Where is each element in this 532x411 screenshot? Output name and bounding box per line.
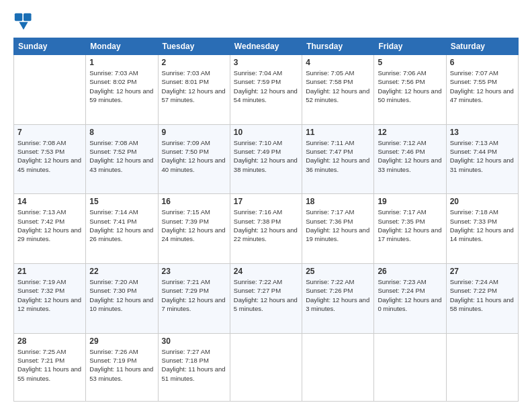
week-row-1: 1Sunrise: 7:03 AMSunset: 8:02 PMDaylight… (14, 55, 519, 125)
day-info: Sunrise: 7:17 AMSunset: 7:36 PMDaylight:… (306, 208, 370, 243)
day-info: Sunrise: 7:04 AMSunset: 7:59 PMDaylight:… (234, 68, 298, 104)
day-cell (14, 55, 86, 125)
page: SundayMondayTuesdayWednesdayThursdayFrid… (0, 0, 532, 411)
day-info: Sunrise: 7:08 AMSunset: 7:53 PMDaylight:… (17, 138, 82, 174)
day-number: 23 (162, 267, 226, 276)
day-number: 29 (89, 336, 154, 346)
day-info: Sunrise: 7:17 AMSunset: 7:35 PMDaylight:… (378, 208, 442, 243)
day-cell: 9Sunrise: 7:09 AMSunset: 7:50 PMDaylight… (158, 124, 230, 194)
day-cell: 28Sunrise: 7:25 AMSunset: 7:21 PMDayligh… (14, 333, 86, 401)
day-cell: 26Sunrise: 7:23 AMSunset: 7:24 PMDayligh… (374, 263, 446, 333)
day-cell: 24Sunrise: 7:22 AMSunset: 7:27 PMDayligh… (230, 263, 302, 333)
day-info: Sunrise: 7:10 AMSunset: 7:49 PMDaylight:… (234, 138, 298, 174)
day-cell (302, 333, 374, 401)
day-number: 5 (378, 58, 442, 67)
svg-rect-1 (24, 13, 32, 21)
day-info: Sunrise: 7:24 AMSunset: 7:22 PMDaylight:… (450, 277, 515, 313)
weekday-thursday: Thursday (302, 38, 374, 55)
weekday-monday: Monday (86, 38, 158, 55)
day-info: Sunrise: 7:26 AMSunset: 7:19 PMDaylight:… (89, 347, 154, 383)
day-number: 27 (450, 267, 515, 276)
day-cell: 18Sunrise: 7:17 AMSunset: 7:36 PMDayligh… (302, 194, 374, 264)
day-info: Sunrise: 7:06 AMSunset: 7:56 PMDaylight:… (378, 68, 442, 104)
day-cell (446, 333, 518, 401)
weekday-saturday: Saturday (446, 38, 518, 55)
day-number: 24 (234, 267, 298, 276)
day-cell: 27Sunrise: 7:24 AMSunset: 7:22 PMDayligh… (446, 263, 518, 333)
day-number: 3 (234, 58, 298, 67)
day-info: Sunrise: 7:05 AMSunset: 7:58 PMDaylight:… (306, 68, 370, 104)
day-number: 12 (378, 128, 442, 137)
day-number: 1 (89, 58, 154, 67)
day-cell: 1Sunrise: 7:03 AMSunset: 8:02 PMDaylight… (86, 55, 158, 125)
day-number: 14 (17, 197, 82, 206)
day-number: 19 (378, 197, 442, 206)
day-info: Sunrise: 7:12 AMSunset: 7:46 PMDaylight:… (378, 138, 442, 174)
day-info: Sunrise: 7:15 AMSunset: 7:39 PMDaylight:… (162, 208, 226, 243)
day-cell (230, 333, 302, 401)
week-row-4: 21Sunrise: 7:19 AMSunset: 7:32 PMDayligh… (14, 263, 519, 333)
day-number: 11 (306, 128, 370, 137)
day-number: 25 (306, 267, 370, 276)
day-info: Sunrise: 7:16 AMSunset: 7:38 PMDaylight:… (234, 208, 298, 243)
day-cell (374, 333, 446, 401)
weekday-wednesday: Wednesday (230, 38, 302, 55)
day-cell: 2Sunrise: 7:03 AMSunset: 8:01 PMDaylight… (158, 55, 230, 125)
day-info: Sunrise: 7:03 AMSunset: 8:01 PMDaylight:… (162, 68, 226, 104)
header (13, 12, 519, 31)
day-info: Sunrise: 7:13 AMSunset: 7:42 PMDaylight:… (17, 208, 82, 243)
day-cell: 15Sunrise: 7:14 AMSunset: 7:41 PMDayligh… (86, 194, 158, 264)
day-cell: 16Sunrise: 7:15 AMSunset: 7:39 PMDayligh… (158, 194, 230, 264)
day-info: Sunrise: 7:13 AMSunset: 7:44 PMDaylight:… (450, 138, 515, 174)
day-info: Sunrise: 7:22 AMSunset: 7:27 PMDaylight:… (234, 277, 298, 313)
day-cell: 5Sunrise: 7:06 AMSunset: 7:56 PMDaylight… (374, 55, 446, 125)
day-number: 30 (162, 336, 226, 346)
day-info: Sunrise: 7:09 AMSunset: 7:50 PMDaylight:… (162, 138, 226, 174)
day-cell: 4Sunrise: 7:05 AMSunset: 7:58 PMDaylight… (302, 55, 374, 125)
day-number: 21 (17, 267, 82, 276)
day-number: 16 (162, 197, 226, 206)
day-cell: 21Sunrise: 7:19 AMSunset: 7:32 PMDayligh… (14, 263, 86, 333)
day-number: 28 (17, 336, 82, 346)
day-info: Sunrise: 7:14 AMSunset: 7:41 PMDaylight:… (89, 208, 154, 243)
logo (13, 12, 36, 31)
day-number: 20 (450, 197, 515, 206)
day-cell: 29Sunrise: 7:26 AMSunset: 7:19 PMDayligh… (86, 333, 158, 401)
day-number: 8 (89, 128, 154, 137)
day-cell: 25Sunrise: 7:22 AMSunset: 7:26 PMDayligh… (302, 263, 374, 333)
day-info: Sunrise: 7:07 AMSunset: 7:55 PMDaylight:… (450, 68, 515, 104)
day-info: Sunrise: 7:27 AMSunset: 7:18 PMDaylight:… (162, 347, 226, 383)
day-info: Sunrise: 7:18 AMSunset: 7:33 PMDaylight:… (450, 208, 515, 243)
weekday-sunday: Sunday (14, 38, 86, 55)
day-cell: 8Sunrise: 7:08 AMSunset: 7:52 PMDaylight… (86, 124, 158, 194)
day-info: Sunrise: 7:25 AMSunset: 7:21 PMDaylight:… (17, 347, 82, 383)
day-info: Sunrise: 7:08 AMSunset: 7:52 PMDaylight:… (89, 138, 154, 174)
day-number: 10 (234, 128, 298, 137)
day-cell: 6Sunrise: 7:07 AMSunset: 7:55 PMDaylight… (446, 55, 518, 125)
day-number: 17 (234, 197, 298, 206)
svg-marker-2 (19, 22, 28, 30)
day-number: 9 (162, 128, 226, 137)
day-cell: 13Sunrise: 7:13 AMSunset: 7:44 PMDayligh… (446, 124, 518, 194)
day-number: 4 (306, 58, 370, 67)
day-info: Sunrise: 7:23 AMSunset: 7:24 PMDaylight:… (378, 277, 442, 313)
day-cell: 11Sunrise: 7:11 AMSunset: 7:47 PMDayligh… (302, 124, 374, 194)
day-cell: 22Sunrise: 7:20 AMSunset: 7:30 PMDayligh… (86, 263, 158, 333)
day-cell: 12Sunrise: 7:12 AMSunset: 7:46 PMDayligh… (374, 124, 446, 194)
day-number: 6 (450, 58, 515, 67)
week-row-2: 7Sunrise: 7:08 AMSunset: 7:53 PMDaylight… (14, 124, 519, 194)
logo-icon (13, 12, 34, 31)
day-info: Sunrise: 7:19 AMSunset: 7:32 PMDaylight:… (17, 277, 82, 313)
day-number: 18 (306, 197, 370, 206)
calendar: SundayMondayTuesdayWednesdayThursdayFrid… (13, 38, 519, 402)
week-row-3: 14Sunrise: 7:13 AMSunset: 7:42 PMDayligh… (14, 194, 519, 264)
day-cell: 19Sunrise: 7:17 AMSunset: 7:35 PMDayligh… (374, 194, 446, 264)
day-cell: 3Sunrise: 7:04 AMSunset: 7:59 PMDaylight… (230, 55, 302, 125)
weekday-friday: Friday (374, 38, 446, 55)
day-cell: 10Sunrise: 7:10 AMSunset: 7:49 PMDayligh… (230, 124, 302, 194)
day-cell: 7Sunrise: 7:08 AMSunset: 7:53 PMDaylight… (14, 124, 86, 194)
day-number: 7 (17, 128, 82, 137)
day-number: 22 (89, 267, 154, 276)
day-cell: 17Sunrise: 7:16 AMSunset: 7:38 PMDayligh… (230, 194, 302, 264)
day-cell: 14Sunrise: 7:13 AMSunset: 7:42 PMDayligh… (14, 194, 86, 264)
